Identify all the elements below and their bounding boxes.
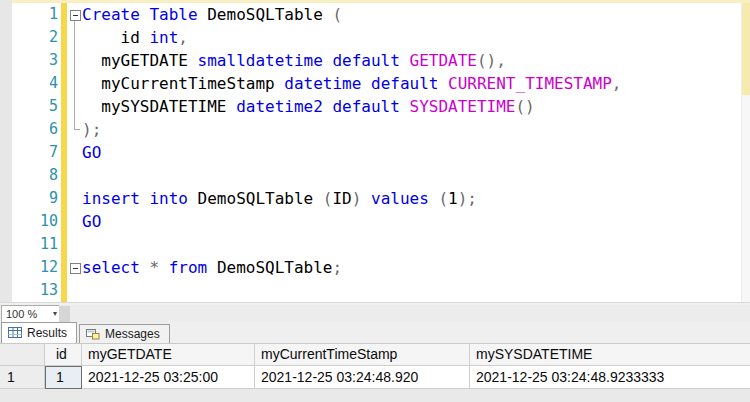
column-header-id[interactable]: id [45, 344, 82, 366]
sql-token-id: mySYSDATETIME [82, 97, 236, 116]
line-number[interactable]: 6 [0, 118, 58, 141]
tab-results-label: Results [27, 326, 67, 340]
line-number[interactable]: 8 [0, 164, 58, 187]
sql-token-id: DemoSQLTable [198, 5, 333, 24]
line-number[interactable]: 5 [0, 95, 58, 118]
fold-collapse-icon[interactable] [70, 263, 81, 274]
sql-token-kw: GO [82, 212, 101, 231]
sql-token-op: ; [332, 258, 342, 277]
line-number[interactable]: 13 [0, 279, 58, 302]
code-text: GO [82, 141, 101, 164]
sql-token-op: , [612, 74, 622, 93]
code-text: ); [82, 118, 101, 141]
tab-results[interactable]: Results [1, 322, 77, 343]
code-line-8[interactable]: 8 [0, 164, 741, 187]
code-line-13[interactable]: 13 [0, 279, 741, 302]
grid-cell-myCurrentTimeStamp[interactable]: 2021-12-25 03:24:48.920 [255, 366, 470, 389]
code-text: GO [82, 210, 101, 233]
sql-token-id: 1 [448, 189, 458, 208]
code-line-1[interactable]: 1Create Table DemoSQLTable ( [0, 3, 741, 26]
code-area[interactable]: 1Create Table DemoSQLTable (2 id int,3 m… [0, 3, 741, 302]
messages-icon [86, 328, 100, 340]
sql-token-kw: select [82, 258, 149, 277]
sql-token-id: id [82, 28, 149, 47]
sql-token-kw: smalldatetime default [198, 51, 410, 70]
row-header[interactable]: 1 [0, 366, 45, 389]
line-number[interactable]: 9 [0, 187, 58, 210]
code-text: select * from DemoSQLTable; [82, 256, 342, 279]
grid-cell-id[interactable]: 1 [45, 366, 82, 389]
grid-cell-myGETDATE[interactable]: 2021-12-25 03:25:00 [82, 366, 255, 389]
sql-token-fn: CURRENT_TIMESTAMP [448, 74, 612, 93]
fold-collapse-icon[interactable] [70, 10, 81, 21]
line-number[interactable]: 11 [0, 233, 58, 256]
sql-token-id: myCurrentTimeStamp [82, 74, 284, 93]
sql-token-id: ID [332, 189, 351, 208]
ssms-query-window: 1Create Table DemoSQLTable (2 id int,3 m… [0, 0, 750, 402]
sql-token-op: , [178, 28, 188, 47]
line-number[interactable]: 3 [0, 49, 58, 72]
line-number[interactable]: 2 [0, 26, 58, 49]
editor-horizontal-scrollbar[interactable] [59, 305, 750, 323]
column-header-mySYSDATETIME[interactable]: mySYSDATETIME [470, 344, 750, 366]
sql-token-op: (), [477, 51, 506, 70]
code-line-5[interactable]: 5 mySYSDATETIME datetime2 default SYSDAT… [0, 95, 741, 118]
results-grid-icon [8, 327, 22, 339]
grid-header-row: idmyGETDATEmyCurrentTimeStampmySYSDATETI… [0, 344, 750, 366]
sql-token-kw: values [371, 189, 438, 208]
sql-token-kw: int [149, 28, 178, 47]
code-line-10[interactable]: 10GO [0, 210, 741, 233]
sql-token-op: ( [438, 189, 448, 208]
editor-bottom-bar: 100 % ▾ [0, 302, 750, 322]
code-text: Create Table DemoSQLTable ( [82, 3, 342, 26]
scrollbar-change-annotation [742, 3, 750, 95]
tab-messages[interactable]: Messages [79, 324, 170, 343]
column-header-myGETDATE[interactable]: myGETDATE [82, 344, 255, 366]
code-text: insert into DemoSQLTable (ID) values (1)… [82, 187, 477, 210]
grid-corner-cell[interactable] [0, 344, 45, 366]
sql-token-kw: datetime2 default [236, 97, 409, 116]
code-line-3[interactable]: 3 myGETDATE smalldatetime default GETDAT… [0, 49, 741, 72]
code-text: mySYSDATETIME datetime2 default SYSDATET… [82, 95, 535, 118]
column-header-myCurrentTimeStamp[interactable]: myCurrentTimeStamp [255, 344, 470, 366]
zoom-level-select[interactable]: 100 % ▾ [1, 305, 61, 323]
code-line-6[interactable]: 6); [0, 118, 741, 141]
sql-token-op: ( [332, 5, 342, 24]
code-line-2[interactable]: 2 id int, [0, 26, 741, 49]
editor-vertical-scrollbar[interactable] [741, 3, 750, 302]
sql-token-op: () [515, 97, 534, 116]
sql-token-id: DemoSQLTable [217, 258, 333, 277]
code-text: myCurrentTimeStamp datetime default CURR… [82, 72, 621, 95]
code-line-12[interactable]: 12select * from DemoSQLTable; [0, 256, 741, 279]
sql-token-kw: from [169, 258, 217, 277]
code-line-4[interactable]: 4 myCurrentTimeStamp datetime default CU… [0, 72, 741, 95]
sql-token-kw: insert into [82, 189, 198, 208]
line-number[interactable]: 7 [0, 141, 58, 164]
code-line-9[interactable]: 9insert into DemoSQLTable (ID) values (1… [0, 187, 741, 210]
code-line-11[interactable]: 11 [0, 233, 741, 256]
code-line-7[interactable]: 7GO [0, 141, 741, 164]
sql-token-op: * [149, 258, 168, 277]
results-tabstrip: Results Messages [0, 322, 750, 343]
sql-token-id: myGETDATE [82, 51, 198, 70]
zoom-level-value: 100 % [6, 308, 37, 320]
sql-token-op: ) [352, 189, 371, 208]
grid-data-row: 112021-12-25 03:25:002021-12-25 03:24:48… [0, 366, 750, 389]
sql-token-kw: Create Table [82, 5, 198, 24]
code-text: myGETDATE smalldatetime default GETDATE(… [82, 49, 506, 72]
sql-token-kw: GO [82, 143, 101, 162]
line-number[interactable]: 10 [0, 210, 58, 233]
sql-token-id: DemoSQLTable [198, 189, 323, 208]
line-number[interactable]: 4 [0, 72, 58, 95]
results-panel: Results Messages idmyGETDATEmyCurrentTim… [0, 322, 750, 402]
line-number[interactable]: 12 [0, 256, 58, 279]
sql-editor[interactable]: 1Create Table DemoSQLTable (2 id int,3 m… [0, 0, 750, 302]
results-grid: idmyGETDATEmyCurrentTimeStampmySYSDATETI… [0, 343, 750, 402]
horizontal-scrollbar-thumb[interactable] [59, 306, 70, 322]
code-text: id int, [82, 26, 188, 49]
sql-token-op: ); [458, 189, 477, 208]
line-number[interactable]: 1 [0, 3, 58, 26]
tab-messages-label: Messages [105, 327, 160, 341]
sql-token-kw: datetime default [284, 74, 448, 93]
grid-cell-mySYSDATETIME[interactable]: 2021-12-25 03:24:48.9233333 [470, 366, 750, 389]
